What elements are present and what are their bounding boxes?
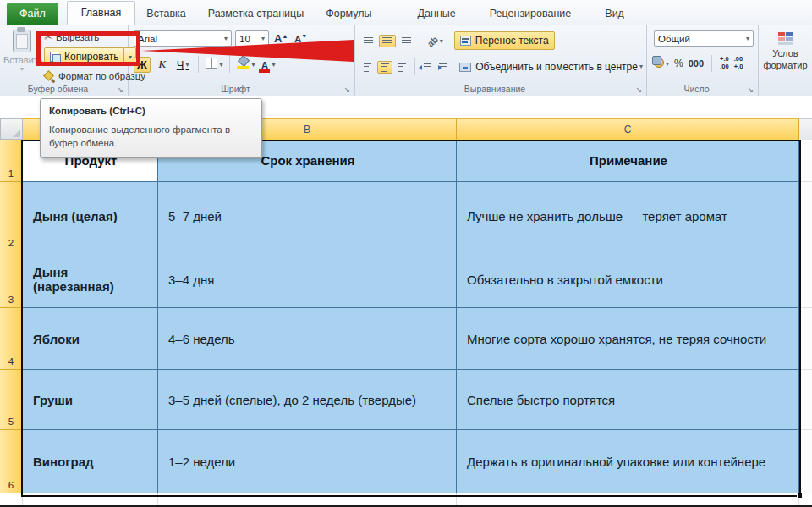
cell-a4[interactable]: Яблоки [23, 308, 158, 370]
align-bottom-button[interactable] [400, 36, 413, 46]
cond-format-label-line2: форматир [762, 59, 809, 71]
merge-center-icon [459, 63, 471, 72]
row-header-6[interactable]: 6 [0, 430, 23, 493]
conditional-formatting-icon [778, 32, 793, 46]
cell-c1[interactable]: Примечание [457, 140, 799, 182]
cell-b3[interactable]: 3–4 дня [158, 251, 457, 308]
percent-button[interactable]: % [674, 58, 683, 69]
align-center-button[interactable] [377, 61, 392, 74]
row-header-1[interactable]: 1 [0, 140, 23, 182]
font-color-icon: A [259, 61, 270, 73]
paste-dropdown-arrow[interactable]: ▾ [3, 65, 41, 73]
paste-label: Вставить [3, 55, 41, 65]
ribbon-tab-bar: Файл Главная Вставка Разметка страницы Ф… [0, 0, 812, 25]
row-header-5[interactable]: 5 [0, 370, 23, 430]
cell-b5[interactable]: 3–5 дней (спелые), до 2 недель (твердые) [158, 370, 457, 430]
number-dialog-launcher-icon[interactable] [746, 85, 755, 95]
tab-view[interactable]: Вид [594, 3, 635, 25]
table-row: 2 Дыня (целая) 5–7 дней Лучше не хранить… [0, 182, 812, 251]
wrap-text-icon [460, 36, 471, 46]
wrap-text-button[interactable]: Перенос текста [454, 31, 555, 50]
cell-d5[interactable] [799, 370, 812, 430]
group-number: Общий % 000 +.0.00 .00+.0 Число [647, 25, 759, 96]
copy-tooltip: Копировать (Ctrl+C) Копирование выделенн… [40, 98, 262, 158]
tab-insert[interactable]: Вставка [135, 3, 196, 25]
cell-a5[interactable]: Груши [23, 370, 158, 430]
cell-b6[interactable]: 1–2 недели [158, 430, 457, 493]
increase-indent-icon[interactable] [437, 63, 448, 72]
group-alignment: ab Перенос текста Объединить и поместить… [355, 25, 647, 96]
cell-a2[interactable]: Дыня (целая) [23, 182, 158, 251]
comma-style-button[interactable]: 000 [689, 58, 704, 69]
currency-icon [654, 58, 664, 68]
cell-a6[interactable]: Виноград [23, 430, 158, 493]
clipboard-group-label: Буфер обмена [0, 84, 116, 94]
cell-c6[interactable]: Держать в оригинальной упаковке или конт… [457, 430, 799, 493]
cell-c4[interactable]: Многие сорта хорошо хранятся, не теряя с… [457, 308, 799, 370]
group-styles: Услов форматир [759, 25, 812, 96]
table-row: 3 Дыня (нарезанная) 3–4 дня Обязательно … [0, 251, 812, 308]
grid-below-table [0, 493, 812, 507]
tooltip-title: Копировать (Ctrl+C) [49, 106, 253, 116]
cell-d3[interactable] [799, 251, 812, 308]
tab-file[interactable]: Файл [7, 3, 58, 25]
align-top-button[interactable] [362, 36, 375, 46]
table-row: 6 Виноград 1–2 недели Держать в оригинал… [0, 430, 812, 493]
cell-d1[interactable] [799, 140, 812, 182]
tooltip-body: Копирование выделенного фрагмента в буфе… [49, 123, 253, 150]
row-header-2[interactable]: 2 [0, 182, 23, 251]
decrease-indent-icon[interactable] [422, 63, 433, 72]
number-format-select[interactable]: Общий [654, 30, 754, 47]
cell-a3[interactable]: Дыня (нарезанная) [23, 251, 158, 308]
alignment-group-label: Выравнивание [355, 84, 634, 94]
fill-handle[interactable] [797, 493, 803, 499]
tab-formulas[interactable]: Формулы [315, 3, 382, 25]
cell-c2[interactable]: Лучше не хранить дольше — теряет аромат [457, 182, 799, 251]
cell-d6[interactable] [799, 430, 812, 493]
alignment-dialog-launcher-icon[interactable] [634, 85, 644, 95]
paste-button[interactable]: Вставить ▾ [3, 30, 41, 82]
row-header-3[interactable]: 3 [0, 251, 23, 308]
number-group-label: Число [647, 84, 746, 94]
increase-decimal-button[interactable]: +.0.00 [720, 56, 729, 70]
tab-page-layout[interactable]: Разметка страницы [197, 3, 315, 25]
merge-center-label: Объединить и поместить в центре [475, 61, 638, 73]
cond-format-label-line1: Услов [762, 47, 809, 59]
cell-c5[interactable]: Спелые быстро портятся [457, 370, 799, 430]
row-header-4[interactable]: 4 [0, 308, 23, 370]
cell-d4[interactable] [799, 308, 812, 370]
align-left-button[interactable] [362, 63, 373, 72]
cell-b4[interactable]: 4–6 недель [158, 308, 457, 370]
cell-d2[interactable] [799, 182, 812, 251]
format-painter-icon [44, 71, 55, 82]
align-middle-button[interactable] [379, 35, 396, 47]
decrease-decimal-button[interactable]: .00+.0 [734, 56, 743, 70]
table-row: 4 Яблоки 4–6 недель Многие сорта хорошо … [0, 308, 812, 370]
align-right-button[interactable] [397, 63, 408, 72]
clipboard-icon [13, 30, 31, 52]
number-format-dropdown-icon [744, 34, 749, 44]
column-header-c[interactable]: C [457, 118, 799, 140]
cell-b2[interactable]: 5–7 дней [158, 182, 457, 251]
conditional-formatting-button[interactable]: Услов форматир [762, 32, 809, 72]
wrap-text-label: Перенос текста [475, 35, 549, 47]
tab-home[interactable]: Главная [67, 1, 136, 25]
excel-window: Файл Главная Вставка Разметка страницы Ф… [0, 0, 812, 507]
tab-data[interactable]: Данные [407, 3, 467, 25]
annotation-arrow [141, 40, 354, 62]
table-row: 5 Груши 3–5 дней (спелые), до 2 недель (… [0, 370, 812, 430]
annotation-highlight-box [36, 31, 140, 66]
tab-review[interactable]: Рецензирование [479, 3, 583, 25]
accounting-format-button[interactable] [654, 56, 669, 71]
cell-c3[interactable]: Обязательно в закрытой емкости [457, 251, 799, 308]
column-header-rest [799, 118, 812, 140]
merge-center-button[interactable]: Объединить и поместить в центре [459, 61, 643, 73]
select-all-corner[interactable] [0, 118, 23, 140]
orientation-button[interactable]: ab [427, 33, 443, 48]
font-dialog-launcher-icon[interactable] [343, 85, 352, 95]
number-format-value: Общий [658, 34, 690, 44]
clipboard-dialog-launcher-icon[interactable] [116, 85, 125, 95]
font-group-label: Шрифт [129, 84, 343, 94]
